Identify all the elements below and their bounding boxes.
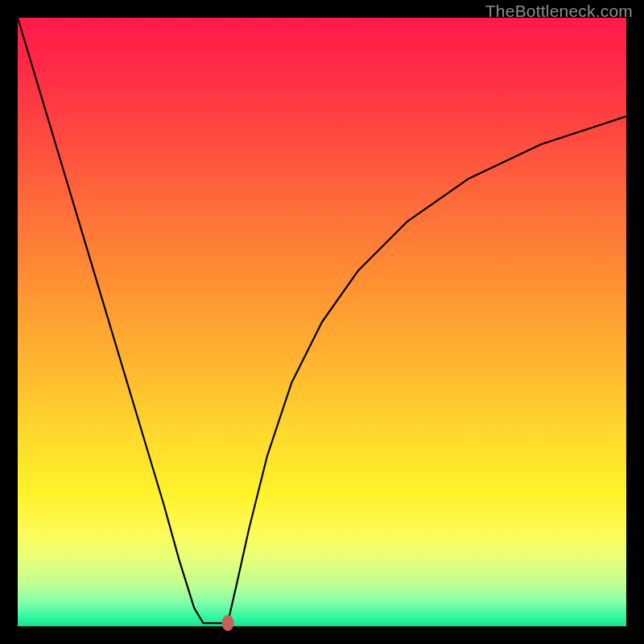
minimum-marker [221, 615, 233, 631]
watermark-text: TheBottleneck.com [485, 2, 633, 21]
bottleneck-curve [18, 18, 626, 626]
plot-area [18, 18, 626, 626]
curve-path [18, 18, 626, 623]
chart-container: TheBottleneck.com [0, 0, 644, 644]
